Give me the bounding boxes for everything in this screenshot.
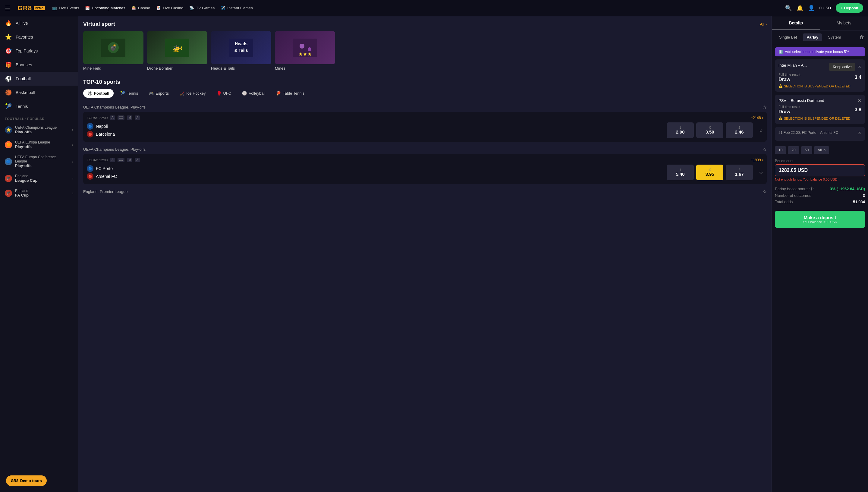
volleyball-tab-icon: 🏐	[242, 91, 247, 96]
svg-point-10	[308, 47, 311, 51]
favorite-star-1[interactable]: ☆	[763, 104, 767, 110]
nav-casino[interactable]: 🎰 Casino	[131, 6, 150, 10]
instant-games-icon: ✈️	[221, 6, 225, 10]
game-card-mines[interactable]: ⭐ ⭐ ⭐ Mines	[275, 31, 335, 71]
quick-amt-all-in[interactable]: All in	[814, 146, 829, 154]
odd-value-2-1: 5.40	[676, 172, 685, 177]
league-left: ⭐ UEFA Champions League Play-offs	[5, 125, 57, 134]
make-deposit-button[interactable]: Make a deposit Your balance 0.00 USD	[775, 211, 865, 228]
tv-games-icon: 📡	[189, 6, 194, 10]
demo-tours-button[interactable]: GR8 Demo tours	[6, 475, 47, 486]
sidebar-item-football[interactable]: ⚽ Football	[0, 72, 78, 85]
btn-parlay[interactable]: Parlay	[803, 33, 822, 41]
user-icon[interactable]: 👤	[808, 5, 815, 11]
england-flag-fa-icon: 🏴	[5, 190, 12, 197]
match-count-2[interactable]: +1939 ›	[751, 158, 763, 162]
virtual-sport-title: Virtual sport	[83, 21, 115, 27]
match-star-1[interactable]: ☆	[759, 127, 763, 133]
close-bet-2-icon[interactable]: ✕	[858, 98, 861, 103]
odd-btn-2-3[interactable]: 2 1.67	[726, 165, 753, 180]
search-icon[interactable]: 🔍	[785, 5, 792, 11]
tab-ufc[interactable]: 🥊 UFC	[212, 89, 236, 98]
bet-result-label-2: Full-time result	[778, 105, 800, 108]
badge-m2: M	[127, 158, 132, 162]
sidebar-item-basketball[interactable]: 🏀 Basketball	[0, 85, 78, 99]
live-events-icon: 📺	[52, 6, 57, 10]
match-card-1: TODAY, 22:00 A XX M A +2148 › 🔵 Napoli	[83, 112, 767, 142]
tab-esports[interactable]: 🎮 Esports	[145, 89, 173, 98]
total-odds-label: Total odds	[775, 200, 793, 204]
nav-tv-games[interactable]: 📡 TV Games	[189, 6, 214, 10]
nav-live-casino[interactable]: 🃏 Live Casino	[156, 6, 183, 10]
sidebar-item-top-parlays[interactable]: 🎯 Top Parlays	[0, 44, 78, 58]
game-card-drone[interactable]: 🚁 Drone Bomber	[147, 31, 207, 71]
sidebar-item-bonuses[interactable]: 🎁 Bonuses	[0, 58, 78, 72]
tab-betslip[interactable]: Betslip	[772, 16, 820, 30]
close-bet-1-icon[interactable]: ✕	[858, 65, 861, 69]
quick-amt-20[interactable]: 20	[788, 146, 799, 154]
nav-casino-label: Casino	[138, 6, 150, 10]
outcomes-row: Number of outcomes 3	[775, 193, 865, 198]
team-row-arsenal: 🔴 Arsenal FC	[87, 173, 663, 180]
deposit-button[interactable]: + Deposit	[836, 3, 863, 13]
sidebar-league-europa[interactable]: 🟠 UEFA Europa League Play-offs ›	[0, 137, 78, 152]
sidebar-item-favorites[interactable]: ⭐ Favorites	[0, 30, 78, 44]
bet-item-psv: PSV – Borussia Dortmund ✕ Full-time resu…	[775, 95, 865, 124]
odd-btn-1-1[interactable]: 1 2.90	[667, 122, 694, 138]
sidebar-league-cup[interactable]: 🏴 England League Cup ›	[0, 171, 78, 186]
nav-upcoming-matches[interactable]: 📅 Upcoming Matches	[85, 6, 125, 10]
quick-amt-50[interactable]: 50	[801, 146, 812, 154]
odd-btn-2-2[interactable]: X 3.95	[696, 165, 723, 180]
favorite-star-2[interactable]: ☆	[763, 147, 767, 152]
league-left: 🔵 UEFA Europa Conference League Play-off…	[5, 155, 69, 168]
sidebar-league-champions[interactable]: ⭐ UEFA Champions League Play-offs ›	[0, 122, 78, 137]
btn-single-bet[interactable]: Single Bet	[775, 33, 800, 41]
main-layout: 🔥 All live ⭐ Favorites 🎯 Top Parlays 🎁 B…	[0, 16, 868, 492]
see-all-virtual[interactable]: All ›	[760, 22, 767, 27]
nav-instant-games[interactable]: ✈️ Instant Games	[221, 6, 253, 10]
hamburger-icon[interactable]: ☰	[5, 4, 10, 12]
bet-date-3: 21 Feb 22:00, FC Porto – Arsenal FC	[778, 130, 838, 135]
odd-btn-1-3[interactable]: 2 2.46	[726, 122, 753, 138]
bell-icon[interactable]: 🔔	[797, 5, 803, 11]
nav-live-events-label: Live Events	[59, 6, 79, 10]
demo-tours-icon: GR8	[11, 479, 18, 483]
match-star-2[interactable]: ☆	[759, 170, 763, 175]
sidebar-item-tennis[interactable]: 🎾 Tennis	[0, 99, 78, 113]
league-name-2: UEFA Champions League. Play-offs	[83, 147, 146, 152]
tab-tennis[interactable]: 🎾 Tennis	[116, 89, 143, 98]
btn-system[interactable]: System	[824, 33, 844, 41]
total-odds-value: 51.034	[853, 200, 865, 204]
keep-active-button[interactable]: Keep active	[829, 63, 856, 71]
game-card-heads-tails[interactable]: Heads& Tails Heads & Tails	[211, 31, 271, 71]
favorite-star-3[interactable]: ☆	[763, 189, 767, 194]
tab-my-bets[interactable]: My bets	[820, 16, 868, 30]
sidebar-league-conference[interactable]: 🔵 UEFA Europa Conference League Play-off…	[0, 152, 78, 171]
tab-table-tennis[interactable]: 🏓 Table Tennis	[272, 89, 309, 98]
badge-a4: A	[135, 158, 140, 162]
sidebar-item-all-live[interactable]: 🔥 All live	[0, 16, 78, 30]
odd-btn-2-1[interactable]: 1 5.40	[667, 165, 694, 180]
odd-value-2-3: 1.67	[735, 172, 743, 177]
tab-volleyball[interactable]: 🏐 Volleyball	[238, 89, 270, 98]
team-name-porto: FC Porto	[96, 166, 113, 171]
bet-amount-input[interactable]	[775, 164, 865, 176]
tab-football[interactable]: ⚽ Football	[83, 89, 113, 98]
odd-btn-1-2[interactable]: X 3.50	[696, 122, 723, 138]
sidebar-tennis-label: Tennis	[16, 104, 28, 109]
match-count-1[interactable]: +2148 ›	[751, 116, 763, 120]
game-card-minefield[interactable]: 💣 Mine Field	[83, 31, 144, 71]
top10-title: TOP-10 sports	[83, 79, 767, 85]
game-card-title: Heads & Tails	[211, 66, 271, 71]
bet-match-name-2: PSV – Borussia Dortmund	[778, 98, 824, 103]
nav-live-events[interactable]: 📺 Live Events	[52, 6, 79, 10]
tab-ice-hockey[interactable]: 🏒 Ice Hockey	[175, 89, 210, 98]
league-name-3: England. Premier League	[83, 189, 127, 194]
sidebar-league-fa-cup[interactable]: 🏴 England FA Cup ›	[0, 186, 78, 200]
quick-amt-10[interactable]: 10	[775, 146, 786, 154]
ufc-tab-icon: 🥊	[217, 91, 222, 96]
close-bet-3-icon[interactable]: ✕	[858, 130, 861, 136]
trash-icon[interactable]: 🗑	[860, 35, 864, 40]
napoli-logo: 🔵	[87, 123, 94, 130]
basketball-icon: 🏀	[5, 89, 12, 96]
